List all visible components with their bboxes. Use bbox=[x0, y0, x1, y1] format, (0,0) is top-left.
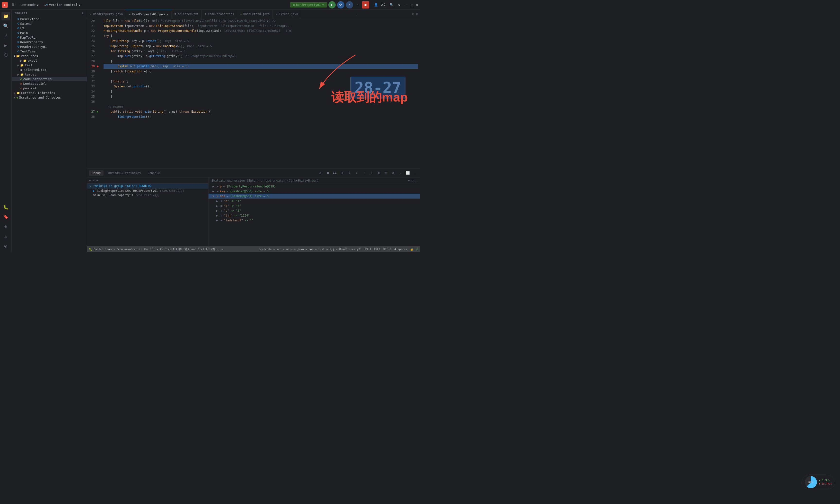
thread-main[interactable]: ✓ "main"@1 in group "main": RUNNING bbox=[87, 183, 208, 188]
minimize-button[interactable]: ─ bbox=[406, 3, 408, 7]
tab-selected[interactable]: ≡ selected.txt bbox=[172, 10, 202, 18]
more-tabs-button[interactable]: ⋯ bbox=[354, 12, 360, 16]
encoding[interactable]: UTF-8 bbox=[383, 248, 391, 251]
tab-readproperty01[interactable]: ☕ ReadProperty01.java ✕ bbox=[126, 10, 172, 18]
run-to-cursor-button[interactable]: ↗ bbox=[368, 170, 374, 176]
tab-extend[interactable]: ☕ Extend.java bbox=[273, 10, 301, 18]
activity-problems-icon[interactable]: ⚠ bbox=[1, 232, 10, 240]
coverage-button[interactable]: ⚡ bbox=[346, 1, 353, 8]
expand-vars-button[interactable]: ⊟ bbox=[412, 179, 413, 182]
tab-codeprops[interactable]: ⚙ code.properties bbox=[202, 10, 237, 18]
var-map-a[interactable]: ▶ ≡ "a" -> "1" bbox=[208, 199, 420, 203]
debug-run-button[interactable]: ⟳ bbox=[337, 1, 344, 8]
stop-debug-button[interactable]: ⏹ bbox=[325, 170, 330, 176]
sidebar-item-maptourl[interactable]: © MapToURL bbox=[12, 35, 87, 40]
more-options-debug[interactable]: ⋯ bbox=[398, 170, 404, 176]
resume-button[interactable]: ▶▶ bbox=[332, 170, 338, 176]
expand-icon[interactable]: ▶ bbox=[216, 204, 218, 208]
expand-icon[interactable]: ▼ bbox=[212, 195, 214, 198]
profile-icon[interactable]: 👤 bbox=[373, 2, 379, 8]
sidebar-item-target[interactable]: ▷ 📁 target bbox=[12, 72, 87, 77]
var-map-b[interactable]: ▶ ≡ "b" -> "2" bbox=[208, 203, 420, 208]
sidebar-item-readproperty[interactable]: © ReadProperty bbox=[12, 40, 87, 44]
close-hint-button[interactable]: ✕ bbox=[221, 248, 223, 251]
expand-icon[interactable]: ▶ bbox=[216, 209, 218, 212]
expand-icon[interactable]: ▶ bbox=[212, 190, 214, 193]
run-button[interactable]: ▶ bbox=[328, 1, 336, 8]
sidebar-item-lx[interactable]: © LX bbox=[12, 26, 87, 31]
sidebar-item-selected-txt[interactable]: ≡ selected.txt bbox=[12, 68, 87, 72]
debug-tab-console[interactable]: Console bbox=[144, 170, 163, 176]
collapse-panel-button[interactable]: — bbox=[412, 170, 418, 176]
code-content[interactable]: File file = new File(url); url: "C:\Prog… bbox=[102, 18, 420, 168]
var-p[interactable]: ▶ ≡ p = {PropertyResourceBundle@529} bbox=[208, 184, 420, 189]
expand-panel-button[interactable]: ⬜ bbox=[405, 170, 411, 176]
sidebar-item-pom[interactable]: m pom.xml bbox=[12, 86, 87, 91]
sidebar-item-scratches[interactable]: ▷ ◈ Scratches and Consoles bbox=[12, 95, 87, 100]
sidebar-item-readproperty01[interactable]: © ReadProperty01 bbox=[12, 44, 87, 49]
activity-bookmark-icon[interactable]: 🔖 bbox=[1, 212, 10, 221]
sidebar-item-testtime[interactable]: © TestTime bbox=[12, 49, 87, 54]
version-control-menu[interactable]: ⎇ Version control ∨ bbox=[42, 2, 82, 7]
sidebar-item-external-libs[interactable]: ▷ 📁 External Libraries bbox=[12, 91, 87, 95]
line-ending[interactable]: CRLF bbox=[374, 248, 381, 251]
lock-icon[interactable]: 🔒 bbox=[410, 248, 413, 251]
cursor-position[interactable]: 29:1 bbox=[364, 248, 371, 251]
tab-readproperty[interactable]: ☕ ReadProperty.java bbox=[87, 10, 126, 18]
more-run-options[interactable]: ⋯ bbox=[355, 2, 360, 8]
project-menu[interactable]: Leetcode ∨ bbox=[18, 2, 40, 7]
expand-icon[interactable]: ▶ bbox=[216, 219, 218, 222]
translate-icon[interactable]: A文 bbox=[381, 2, 387, 8]
var-map-c[interactable]: ▶ ≡ "c" -> "3" bbox=[208, 208, 420, 213]
frame-1[interactable]: main:38, ReadProperty01 (com.test.ljj) bbox=[87, 193, 208, 197]
git-icon[interactable]: G bbox=[416, 248, 418, 251]
activity-run-debug-icon[interactable]: ▶ bbox=[1, 41, 10, 50]
watches-button[interactable]: 👁 bbox=[383, 170, 389, 176]
rerun-button[interactable]: ↺ bbox=[318, 170, 323, 176]
expand-icon[interactable]: ▶ bbox=[212, 185, 214, 188]
var-map[interactable]: ▼ ≡ map = {HashMap@531} size = 5 bbox=[208, 194, 420, 199]
expand-icon[interactable]: ▶ bbox=[216, 199, 218, 203]
activity-search-icon[interactable]: 🔍 bbox=[1, 21, 10, 30]
evaluate-button[interactable]: ⊞ bbox=[376, 170, 382, 176]
sidebar-item-excel[interactable]: ▷ 📁 excel bbox=[12, 58, 87, 63]
step-into-button[interactable]: ↓ bbox=[354, 170, 360, 176]
activity-git-icon[interactable]: ◎ bbox=[1, 241, 10, 250]
var-map-fadsfasdf[interactable]: ▶ ≡ "fadsfasdf" -> "" bbox=[208, 218, 420, 223]
sidebar-item-baseextend[interactable]: © BaseExtend bbox=[12, 17, 87, 21]
sidebar-item-extend[interactable]: © Extend bbox=[12, 21, 87, 26]
expand-icon[interactable]: ▶ bbox=[216, 214, 218, 217]
frame-0[interactable]: ▶ TimingProperties:29, ReadProperty01 (c… bbox=[87, 188, 208, 193]
sidebar-item-main[interactable]: © Main bbox=[12, 31, 87, 35]
sidebar-item-resources[interactable]: ▼ 📂 resources bbox=[12, 54, 87, 58]
step-out-button[interactable]: ↑ bbox=[361, 170, 367, 176]
stop-button[interactable]: ■ bbox=[362, 1, 369, 8]
sidebar-item-iml[interactable]: m Leetcode.iml bbox=[12, 81, 87, 86]
activity-folder-icon[interactable]: 📁 bbox=[1, 12, 10, 20]
recent-files-icon[interactable]: ⊡ bbox=[412, 12, 414, 16]
sidebar-item-test[interactable]: ▷ 📁 test bbox=[12, 63, 87, 68]
settings-icon[interactable]: ⚙ bbox=[396, 2, 402, 8]
var-map-ljj[interactable]: ▶ ≡ "ljj" -> "1234" bbox=[208, 213, 420, 218]
split-editor-icon[interactable]: ⊟ bbox=[416, 12, 418, 16]
tab-close-button[interactable]: ✕ bbox=[167, 13, 168, 16]
step-over-button[interactable]: ⤵ bbox=[347, 170, 353, 176]
debug-tab-debug[interactable]: Debug bbox=[89, 170, 104, 176]
hamburger-menu[interactable]: ☰ bbox=[10, 2, 17, 7]
debug-tab-threads[interactable]: Threads & Variables bbox=[104, 170, 144, 176]
pause-button[interactable]: ⏸ bbox=[339, 170, 345, 176]
indent-setting[interactable]: 4 spaces bbox=[394, 248, 407, 251]
settings-debug-button[interactable]: ⚙ bbox=[390, 170, 396, 176]
more-vars-options[interactable]: — bbox=[415, 179, 417, 182]
search-everywhere-icon[interactable]: 🔍 bbox=[389, 2, 394, 8]
maximize-button[interactable]: □ bbox=[411, 3, 413, 7]
add-watch-button[interactable]: + bbox=[408, 179, 410, 182]
var-key[interactable]: ▶ ≡ key = {HashSet@530} size = 5 bbox=[208, 189, 420, 194]
activity-vcs-icon[interactable]: ⑂ bbox=[1, 31, 10, 40]
sidebar-item-codeprops[interactable]: ⚙ code.properties bbox=[12, 77, 87, 81]
activity-debug-icon[interactable]: 🐛 bbox=[1, 202, 10, 211]
tab-baseextend[interactable]: ☕ BaseExtend.java bbox=[237, 10, 273, 18]
activity-extensions-icon[interactable]: ⬡ bbox=[1, 51, 10, 59]
run-config-selector[interactable]: ▣ ReadProperty01 ∨ bbox=[290, 2, 327, 7]
breadcrumb[interactable]: Leetcode > src > main > java > com > tes… bbox=[259, 248, 362, 251]
